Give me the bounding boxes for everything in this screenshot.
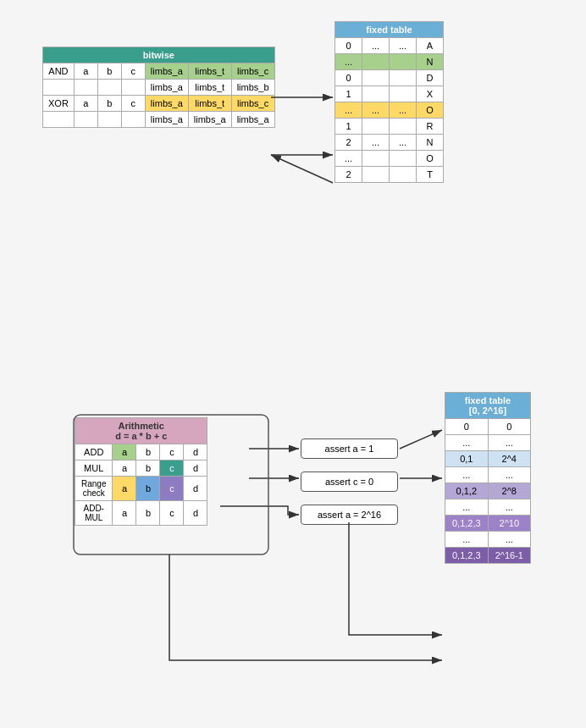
assert-label-1: assert a = 1 (325, 444, 374, 454)
arith-cell: d (184, 501, 207, 526)
bitwise-cell: AND (43, 63, 75, 80)
assert-box-1: assert a = 1 (301, 438, 398, 459)
fixed-cell (390, 167, 417, 183)
arith-cell: b (136, 477, 160, 501)
diagram-container: bitwise AND a b c limbs_a limbs_t limbs_… (0, 0, 586, 728)
arith-cell: b (136, 444, 160, 461)
fixed-cell: ... (335, 54, 362, 70)
ftb-cell: 0,1,2,3 (445, 548, 489, 564)
fixed-cell: T (417, 167, 444, 183)
ftb-cell: ... (488, 467, 530, 483)
fixed-cell: X (417, 86, 444, 102)
arithmetic-table: Arithmeticd = a * b + c ADD a b c d MUL … (75, 417, 207, 526)
bitwise-title: bitwise (43, 47, 275, 63)
bitwise-cell: limbs_c (231, 96, 274, 112)
assert-label-3: assert a = 2^16 (318, 510, 381, 520)
fixed-cell (362, 167, 390, 183)
fixed-cell: ... (362, 38, 390, 54)
bitwise-cell (43, 112, 75, 128)
fixed-cell: ... (390, 102, 417, 119)
bitwise-cell: limbs_t (188, 96, 231, 112)
fixed-cell (362, 151, 390, 167)
bitwise-cell: a (74, 63, 97, 80)
ftb-cell: ... (488, 435, 530, 451)
fixed-cell: 1 (335, 119, 362, 135)
arith-cell: b (136, 461, 160, 477)
fixed-cell: ... (335, 151, 362, 167)
arith-cell: d (184, 461, 207, 477)
bitwise-cell: limbs_a (145, 80, 188, 96)
bitwise-cell: XOR (43, 96, 75, 112)
fixed-cell (362, 70, 390, 86)
bitwise-table: bitwise AND a b c limbs_a limbs_t limbs_… (42, 47, 275, 128)
arith-cell: ADD-MUL (75, 501, 113, 526)
bitwise-cell: b (97, 63, 121, 80)
assert-box-3: assert a = 2^16 (301, 505, 398, 525)
arith-cell: ADD (75, 444, 113, 461)
fixed-cell (362, 119, 390, 135)
arith-cell: Rangecheck (75, 477, 113, 501)
bitwise-cell (97, 112, 121, 128)
fixed-cell: ... (390, 38, 417, 54)
ftb-cell: 0,1 (445, 451, 489, 467)
arith-cell: a (113, 444, 136, 461)
fixed-cell: 1 (335, 86, 362, 102)
bitwise-cell: limbs_a (145, 96, 188, 112)
bitwise-cell: c (121, 63, 145, 80)
ftb-cell: 0 (445, 419, 489, 435)
arith-cell: c (160, 477, 184, 501)
fixed-cell (390, 151, 417, 167)
fixed-cell: D (417, 70, 444, 86)
ftb-cell: 2^4 (488, 451, 530, 467)
arith-cell: a (113, 477, 136, 501)
ftb-cell: 2^10 (488, 516, 530, 532)
fixed-table-bottom-title: fixed table[0, 2^16] (445, 393, 531, 419)
ftb-cell: 2^8 (488, 483, 530, 499)
arith-cell: d (184, 477, 207, 501)
bitwise-cell: limbs_t (188, 80, 231, 96)
fixed-cell: N (417, 135, 444, 151)
arith-cell: MUL (75, 461, 113, 477)
fixed-cell: ... (335, 102, 362, 119)
svg-line-6 (400, 430, 442, 449)
arith-cell: d (184, 444, 207, 461)
ftb-cell: ... (488, 532, 530, 548)
ftb-cell: 0,1,2,3 (445, 516, 489, 532)
bitwise-cell (121, 80, 145, 96)
bitwise-cell: limbs_b (231, 80, 274, 96)
fixed-cell: O (417, 102, 444, 119)
fixed-cell: N (417, 54, 444, 70)
assert-box-2: assert c = 0 (301, 472, 398, 492)
fixed-table-top-title: fixed table (335, 22, 444, 38)
fixed-cell: ... (362, 102, 390, 119)
arith-cell: a (113, 501, 136, 526)
fixed-cell: 0 (335, 38, 362, 54)
ftb-cell: ... (445, 467, 489, 483)
ftb-cell: ... (488, 499, 530, 516)
bitwise-cell (74, 80, 97, 96)
fixed-cell: A (417, 38, 444, 54)
arith-cell: b (136, 501, 160, 526)
ftb-cell: 0 (488, 419, 530, 435)
bitwise-cell: limbs_a (145, 63, 188, 80)
fixed-cell: ... (390, 135, 417, 151)
fixed-cell: ... (362, 135, 390, 151)
ftb-cell: ... (445, 499, 489, 516)
fixed-cell (362, 54, 390, 70)
bitwise-cell (43, 80, 75, 96)
bitwise-cell: limbs_t (188, 63, 231, 80)
fixed-cell (362, 86, 390, 102)
bitwise-cell: limbs_a (231, 112, 274, 128)
arith-cell: a (113, 461, 136, 477)
fixed-cell (390, 119, 417, 135)
fixed-cell: O (417, 151, 444, 167)
arith-cell: c (160, 501, 184, 526)
bitwise-cell: b (97, 96, 121, 112)
svg-line-3 (271, 155, 333, 183)
fixed-cell (390, 70, 417, 86)
fixed-cell: 2 (335, 135, 362, 151)
bitwise-cell: a (74, 96, 97, 112)
fixed-table-top: fixed table 0 ... ... A ... N 0 D 1 X ..… (334, 21, 444, 183)
bitwise-cell: limbs_c (231, 63, 274, 80)
ftb-cell: ... (445, 532, 489, 548)
